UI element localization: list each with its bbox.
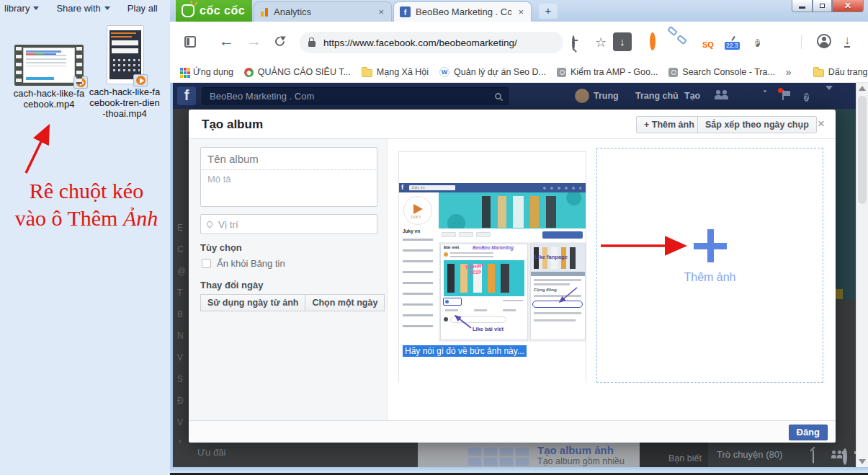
downloads-icon[interactable]: ↓ [844,34,850,48]
video-file-2-thumbnail[interactable] [107,25,144,84]
extension-icon-pinterest[interactable]: P [755,35,760,49]
mini-navbar: f Juky vn [399,183,586,192]
hide-from-feed-row[interactable]: Ẩn khỏi Bảng tin [202,258,285,269]
bookmark-apps[interactable]: Ứng dụng [180,67,233,77]
album-description-input[interactable] [201,170,377,205]
bookmark-other-bookmarks[interactable]: Dấu trang khác [813,67,868,77]
video-file-1-thumbnail[interactable] [14,45,84,86]
tab-beobeo-marketing[interactable]: f BeoBeo Marketing . Com × [393,1,532,22]
new-tab-button[interactable]: + [539,4,558,19]
scrollbar-down-arrow[interactable] [859,459,866,464]
mini-cover-photo [439,192,586,228]
coccoc-menu-button[interactable]: cốc cốc [176,0,252,22]
restore-button[interactable] [813,0,832,12]
plus-icon [694,229,727,262]
scrollbar-up-arrow[interactable] [859,86,866,91]
minimize-button[interactable] [792,0,813,12]
bookmark-quang-cao[interactable]: QUẢNG CÁO SIÊU T... [244,67,351,77]
browser-toolbar: ← → ☆ ↓ SQ 22.3 P ↓ [170,22,868,62]
tab-beobeo-label: BeoBeo Marketing . Com [416,6,511,17]
close-tab-icon[interactable]: × [377,6,385,17]
forward-button[interactable]: → [246,32,261,50]
profile-icon[interactable] [817,34,831,48]
apps-grid-icon [180,68,183,71]
video-1-preview [23,48,75,83]
explorer-play-all-button[interactable]: Play all [127,3,158,14]
uploaded-photo-card[interactable]: f Juky vn JUKY Juky vn [398,151,586,383]
chat-settings-gear-icon[interactable] [843,450,847,463]
bookmark-kiem-tra-amp[interactable]: Kiểm tra AMP - Goo... [557,67,658,77]
add-photos-button[interactable]: + Thêm ảnh [636,116,702,133]
sort-by-date-button[interactable]: Sắp xếp theo ngày chụp [697,116,817,133]
site-icon [668,68,678,77]
video-file-1-name[interactable]: cach-hack-like-fa cebook.mp4 [6,88,92,110]
mini-purple-arrow [451,314,475,331]
mini-like-fanpage-annotation: Like fanpage [534,254,568,260]
dialog-footer: Đăng [189,420,836,443]
mini-post-image: T-SHIRT 2019 [444,260,524,296]
close-dialog-icon[interactable]: × [818,117,825,131]
explorer-library-menu[interactable]: library [4,3,39,14]
tab-strip: cốc cốc Analytics × f BeoBeo Marketing .… [170,0,868,22]
bookmark-quan-ly-du-an[interactable]: W Quản lý dự án Seo D... [439,67,546,77]
add-photos-label: Thêm ảnh [597,271,823,284]
url-input[interactable] [322,37,555,49]
tab-analytics[interactable]: Analytics × [254,1,392,22]
bookmarks-overflow-chevron[interactable]: » [786,66,792,78]
screen: library Share with Play all cach-hack-li… [0,0,868,475]
scrollbar-thumb[interactable] [858,96,867,204]
location-input[interactable] [217,218,371,231]
zoom-out-icon[interactable] [572,35,575,50]
address-bar[interactable] [300,32,563,53]
new-message-icon[interactable] [813,450,814,463]
hide-from-feed-label: Ẩn khỏi Bảng tin [217,258,285,269]
site-icon [557,68,566,77]
date-buttons: Sử dụng ngày từ ảnh Chọn một ngày [200,294,385,311]
refresh-button[interactable] [273,35,286,48]
mini-like-post-annotation: Like bài viết [473,326,504,332]
avatar[interactable] [575,89,589,103]
explorer-share-menu[interactable]: Share with [56,3,109,14]
facebook-search[interactable] [202,87,509,105]
sidebar-panel-icon[interactable] [184,36,196,48]
share-label: Share with [56,3,100,14]
extension-icon-orange[interactable] [650,35,656,48]
bookmark-folder-mang-xa-hoi[interactable]: Mạng Xã Hội [362,67,429,77]
page-scrollbar[interactable] [856,83,868,467]
bookmark-search-console[interactable]: Search Console - Tra... [668,67,775,77]
you-know-label: Bạn biết [668,453,702,463]
back-button[interactable]: ← [219,32,234,50]
red-annotation-arrow-up [16,121,59,179]
photo-caption-area[interactable]: Hãy nói gì đó về bức ảnh này... [399,342,586,383]
facebook-logo[interactable]: f [177,86,196,105]
close-tab-icon[interactable]: × [516,6,525,17]
w-circle-icon: W [439,67,449,77]
change-date-label: Thay đổi ngày [200,280,263,290]
swirl-icon [242,66,255,79]
close-window-button[interactable]: ✕ [832,0,864,12]
album-name-desc-box [200,147,377,207]
album-name-input[interactable] [201,148,377,169]
use-photo-date-button[interactable]: Sử dụng ngày từ ảnh [200,294,305,311]
tab-analytics-label: Analytics [274,6,372,17]
caption-selected-text[interactable]: Hãy nói gì đó về bức ảnh này... [403,345,527,357]
add-photos-dropzone[interactable]: Thêm ảnh [596,148,823,383]
extension-icon-seoquake[interactable]: SQ [702,37,714,50]
hide-from-feed-checkbox[interactable] [202,259,211,268]
download-active-button[interactable]: ↓ [613,32,632,51]
browser-window: cốc cốc Analytics × f BeoBeo Marketing .… [170,0,868,475]
red-annotation-arrow-right [599,239,697,254]
nav-home-link[interactable]: Trang chủ [635,91,679,101]
account-caret-icon[interactable] [826,90,833,103]
nav-profile-link[interactable]: Trung [594,91,619,101]
photo-thumbnail: f Juky vn JUKY Juky vn [399,183,586,342]
pick-a-date-button[interactable]: Chọn một ngày [305,294,385,311]
chat-bar[interactable]: Trò chuyện (80) [708,443,856,467]
video-file-2-name[interactable]: cach-hack-like-fa cebook-tren-dien -thoa… [84,86,166,119]
nav-create-link[interactable]: Tạo [684,91,700,101]
bookmark-star-icon[interactable]: ☆ [595,35,607,50]
facebook-search-input[interactable] [208,90,494,102]
post-button[interactable]: Đăng [789,425,828,440]
help-icon[interactable]: ? [804,90,809,103]
extension-badge: 22.3 [725,42,740,50]
